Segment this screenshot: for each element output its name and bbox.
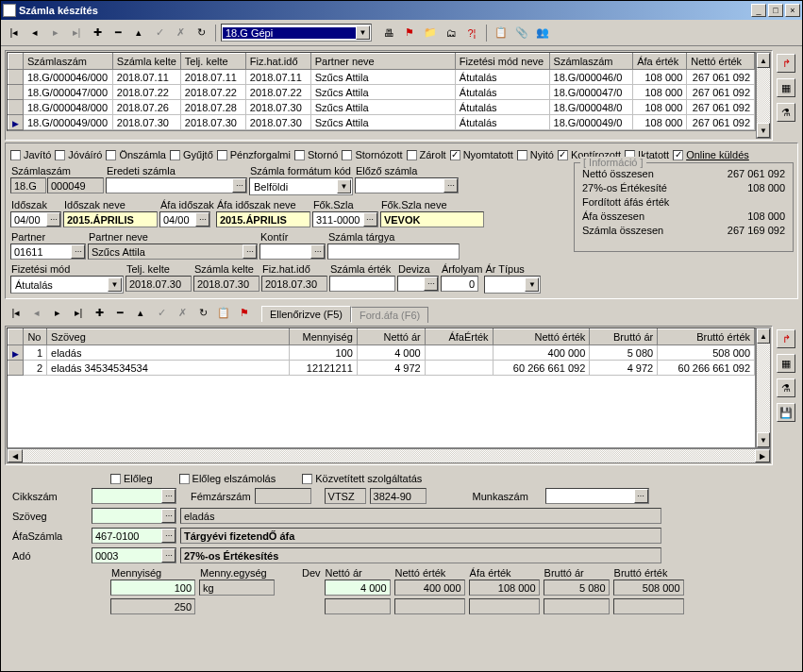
menny-input[interactable]: 100	[110, 580, 195, 596]
format-label: Számla formátum kód	[249, 165, 353, 176]
close-button[interactable]: ×	[785, 4, 800, 17]
refresh-icon[interactable]: ↻	[193, 303, 212, 322]
table-row[interactable]: 2eladás 34534534534121212114 97260 266 6…	[8, 361, 755, 376]
szoveg-text: eladás	[180, 508, 661, 524]
fizhat-input[interactable]: 2018.07.30	[261, 276, 327, 292]
chk-stornózott[interactable]: Stornózott	[342, 149, 402, 160]
hscroll[interactable]: ◀▶	[7, 448, 771, 463]
copy-icon[interactable]: 📋	[492, 24, 510, 42]
vscroll[interactable]: ▲▼	[756, 328, 771, 448]
help-icon[interactable]: ?¦	[462, 24, 481, 42]
accept-icon[interactable]: ✓	[152, 303, 171, 322]
telj-input[interactable]: 2018.07.30	[125, 276, 192, 292]
partner-name: Szűcs Attila⋯	[88, 244, 258, 260]
chk-stornó[interactable]: Stornó	[294, 149, 338, 160]
side-filter-icon[interactable]: ⚗	[777, 103, 795, 122]
chevron-down-icon[interactable]: ▼	[356, 25, 370, 40]
partner-input[interactable]: 01611⋯	[10, 244, 86, 260]
table-row[interactable]: ▶1eladás1004 000400 0005 080508 000	[8, 345, 755, 361]
nav-prev-icon[interactable]: ◂	[25, 24, 44, 42]
szamlaszam-prefix: 18.G	[11, 180, 45, 192]
szoveg-code[interactable]: ⋯	[92, 508, 176, 524]
deviza-input[interactable]: ⋯	[397, 276, 439, 292]
vtsz-label-box: VTSZ	[325, 488, 366, 504]
chk-nyitó[interactable]: Nyitó	[517, 149, 554, 160]
chk-nyomtatott[interactable]: Nyomtatott	[450, 149, 513, 160]
netar-input[interactable]: 4 000	[325, 580, 391, 596]
elozo-input[interactable]: ⋯	[355, 177, 459, 193]
nav-prev-icon[interactable]: ◂	[27, 303, 46, 322]
munka-input[interactable]: ⋯	[545, 488, 649, 504]
vtsz-input: 3824-90	[370, 488, 427, 504]
table-row[interactable]: 18.G/000046/0002018.07.112018.07.112018.…	[8, 70, 755, 85]
add-icon[interactable]: ✚	[88, 24, 107, 42]
flag-icon[interactable]: ⚑	[235, 303, 254, 322]
chk-kozvetitett[interactable]: Közvetített szolgáltatás	[302, 473, 422, 484]
table-row[interactable]: 18.G/000048/0002018.07.262018.07.282018.…	[8, 100, 755, 115]
chk-gyűjtő[interactable]: Gyűjtő	[170, 149, 213, 160]
targy-input[interactable]	[327, 244, 460, 260]
cikk-input[interactable]: ⋯	[92, 488, 176, 504]
users-icon[interactable]: 👥	[533, 24, 552, 42]
minimize-button[interactable]: _	[751, 4, 766, 17]
table-row[interactable]: ▶18.G/000049/0002018.07.302018.07.302018…	[8, 115, 755, 130]
fok-input[interactable]: 311-0000⋯	[312, 211, 378, 227]
tab-fordafa[interactable]: Ford.áfa (F6)	[351, 307, 428, 323]
artipus-combo[interactable]: ▼	[484, 276, 541, 294]
card-icon[interactable]: 🗂	[442, 24, 460, 42]
maximize-button[interactable]: □	[768, 4, 783, 17]
refresh-icon[interactable]: ↻	[192, 24, 210, 42]
nav-first-icon[interactable]: |◂	[7, 303, 25, 322]
flag-icon[interactable]: ⚑	[400, 24, 419, 42]
arfolyam-input[interactable]: 0	[441, 276, 478, 292]
attach-icon[interactable]: 📎	[512, 24, 531, 42]
invoice-grid[interactable]: SzámlaszámSzámla kelteTelj. kelteFiz.hat…	[7, 52, 756, 131]
afaszamla-input[interactable]: 467-0100⋯	[92, 528, 176, 544]
print-icon[interactable]: 🖶	[379, 24, 398, 42]
series-combo[interactable]: 18.G Gépi ▼	[221, 24, 372, 42]
chk-eloleg-elsz[interactable]: Előleg elszámolás	[179, 473, 276, 484]
items-grid[interactable]: NoSzövegMennyiségNettó árÁfaÉrtékNettó é…	[7, 328, 756, 448]
side-filter-icon[interactable]: ⚗	[777, 378, 795, 397]
nav-first-icon[interactable]: |◂	[5, 24, 24, 42]
nav-next-icon[interactable]: ▸	[48, 303, 67, 322]
side-grid-icon[interactable]: ▦	[777, 354, 795, 373]
eredeti-input[interactable]: ⋯	[106, 177, 247, 193]
chk-önszámla[interactable]: Önszámla	[106, 149, 166, 160]
kontir-input[interactable]: ⋯	[259, 244, 326, 260]
folder-icon[interactable]: 📁	[421, 24, 440, 42]
side-grid-icon[interactable]: ▦	[777, 78, 795, 97]
chk-zárolt[interactable]: Zárolt	[407, 149, 446, 160]
cancel-icon[interactable]: ✗	[171, 24, 190, 42]
copy-icon[interactable]: 📋	[214, 303, 233, 322]
vscroll[interactable]: ▲▼	[756, 52, 771, 139]
chk-javító[interactable]: Javító	[10, 149, 51, 160]
side-save-icon[interactable]: 💾	[777, 403, 795, 422]
format-combo[interactable]: Belföldi▼	[249, 177, 353, 195]
nav-last-icon[interactable]: ▸|	[69, 303, 88, 322]
chk-online küldés[interactable]: Online küldés	[673, 149, 749, 160]
idoszak-input[interactable]: 04/00⋯	[10, 211, 61, 227]
side-export-icon[interactable]: ↱	[777, 329, 795, 348]
szertek-input[interactable]	[329, 276, 395, 292]
chk-eloleg[interactable]: Előleg	[110, 473, 153, 484]
tab-ellenorizve[interactable]: Ellenőrizve (F5)	[261, 306, 351, 322]
accept-icon[interactable]: ✓	[150, 24, 169, 42]
cancel-icon[interactable]: ✗	[173, 303, 192, 322]
table-row[interactable]: 18.G/000047/0002018.07.222018.07.222018.…	[8, 85, 755, 100]
edit-icon[interactable]: ▴	[131, 303, 150, 322]
femz-input[interactable]	[255, 488, 311, 504]
fizmod-combo[interactable]: Átutalás▼	[10, 276, 124, 294]
chk-jóváíró[interactable]: Jóváíró	[55, 149, 102, 160]
side-export-icon[interactable]: ↱	[777, 54, 795, 73]
afaido-input[interactable]: 04/00⋯	[159, 211, 210, 227]
nav-last-icon[interactable]: ▸|	[67, 24, 86, 42]
remove-icon[interactable]: ━	[109, 24, 127, 42]
add-icon[interactable]: ✚	[90, 303, 109, 322]
nav-next-icon[interactable]: ▸	[46, 24, 65, 42]
edit-icon[interactable]: ▴	[129, 24, 148, 42]
chk-pénzforgalmi[interactable]: Pénzforgalmi	[217, 149, 291, 160]
ado-input[interactable]: 0003⋯	[92, 547, 176, 563]
kelte-input[interactable]: 2018.07.30	[193, 276, 259, 292]
remove-icon[interactable]: ━	[110, 303, 129, 322]
